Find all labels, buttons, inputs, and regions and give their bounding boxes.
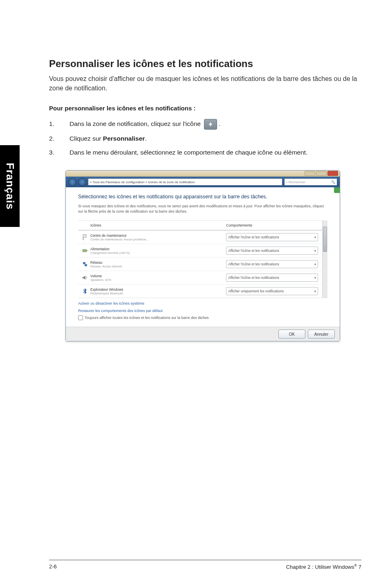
minimize-button[interactable] bbox=[305, 171, 315, 176]
nav-back-button[interactable] bbox=[68, 178, 76, 186]
select-value: Afficher l'icône et les notifications bbox=[228, 262, 279, 266]
svg-rect-4 bbox=[85, 264, 87, 266]
language-label: Français bbox=[4, 163, 16, 210]
nav-forward-button[interactable] bbox=[78, 178, 86, 186]
chevron-down-icon: ▾ bbox=[314, 276, 316, 280]
list-header: Icônes Comportements bbox=[78, 221, 322, 231]
notification-icons-window: « Tous les Panneaux de configuration » I… bbox=[65, 170, 340, 341]
step-3-text: Dans le menu déroulant, sélectionnez le … bbox=[69, 148, 307, 158]
panel-heading: Sélectionnez les icônes et les notificat… bbox=[78, 194, 327, 200]
power-icon bbox=[82, 247, 88, 254]
search-input[interactable]: • Rechercher 🔍 bbox=[284, 178, 337, 186]
step-2-text-b: . bbox=[145, 135, 146, 142]
bluetooth-icon bbox=[82, 288, 88, 294]
chevron-down-icon: ▾ bbox=[314, 290, 316, 293]
scrollbar[interactable] bbox=[322, 221, 327, 298]
column-icons: Icônes bbox=[90, 223, 226, 227]
window-titlebar bbox=[66, 171, 340, 177]
row-sub: Speakers: 42% bbox=[90, 278, 226, 282]
select-value: Afficher l'icône et les notifications bbox=[228, 235, 279, 239]
row-name: Réseau bbox=[90, 260, 226, 265]
system-icons-link[interactable]: Activer ou désactiver les icônes système bbox=[78, 301, 327, 305]
restore-defaults-link[interactable]: Restaurer les comportements des icônes p… bbox=[78, 309, 327, 313]
step-2: Cliquez sur Personnaliser. bbox=[49, 134, 361, 144]
row-sub: Chargement terminé (100 %) bbox=[90, 251, 226, 255]
always-show-label: Toujours afficher toutes les icônes et l… bbox=[85, 316, 209, 320]
row-sub: Réseau: Accès Internet bbox=[90, 265, 226, 268]
svg-rect-3 bbox=[83, 262, 85, 264]
list-row: Réseau Réseau: Accès Internet Afficher l… bbox=[78, 258, 322, 271]
address-bar: « Tous les Panneaux de configuration » I… bbox=[66, 177, 340, 187]
window-footer: OK Annuler bbox=[66, 327, 340, 341]
section-title: Personnaliser les icônes et les notifica… bbox=[49, 57, 361, 70]
select-value: Afficher l'icône et les notifications bbox=[228, 276, 279, 280]
always-show-checkbox[interactable] bbox=[78, 315, 83, 320]
behavior-select[interactable]: Afficher l'icône et les notifications ▾ bbox=[226, 247, 318, 255]
step-1-text-b: . bbox=[219, 120, 220, 127]
page-footer: 2-6 Chapitre 2 : Utiliser Windows® 7 bbox=[49, 560, 361, 570]
step-1: Dans la zone de notification, cliquez su… bbox=[49, 119, 361, 130]
step-2-bold: Personnaliser bbox=[103, 135, 145, 142]
search-icon: 🔍 bbox=[331, 180, 335, 184]
step-2-text-a: Cliquez sur bbox=[69, 135, 103, 142]
chevron-down-icon: ▾ bbox=[314, 249, 316, 253]
select-value: Afficher l'icône et les notifications bbox=[228, 249, 279, 253]
scrollbar-thumb[interactable] bbox=[323, 227, 327, 252]
steps-list: Dans la zone de notification, cliquez su… bbox=[49, 119, 361, 158]
page-number: 2-6 bbox=[49, 563, 57, 570]
column-behaviors: Comportements bbox=[226, 223, 320, 227]
row-name: Explorateur Windows bbox=[90, 287, 226, 292]
behavior-select[interactable]: Afficher uniquement les notifications ▾ bbox=[226, 287, 318, 295]
list-row: Centre de maintenance Centre de maintena… bbox=[78, 231, 322, 244]
volume-icon bbox=[82, 274, 88, 281]
row-name: Volume bbox=[90, 274, 226, 278]
chevron-down-icon: ▾ bbox=[314, 263, 316, 266]
list-row: Volume Speakers: 42% Afficher l'icône et… bbox=[78, 271, 322, 285]
section-subtitle: Pour personnaliser les icônes et les not… bbox=[49, 105, 361, 112]
cancel-button[interactable]: Annuler bbox=[308, 330, 335, 339]
always-show-checkbox-row: Toujours afficher toutes les icônes et l… bbox=[78, 315, 327, 320]
svg-rect-2 bbox=[83, 250, 86, 251]
refresh-icon[interactable] bbox=[334, 187, 340, 193]
list-row: Explorateur Windows Périphériques Blueto… bbox=[78, 285, 322, 298]
chapter-label: Chapitre 2 : Utiliser Windows® 7 bbox=[286, 563, 361, 570]
row-name: Alimentation bbox=[90, 247, 226, 251]
breadcrumb-text: « Tous les Panneaux de configuration » I… bbox=[90, 180, 195, 184]
flag-icon bbox=[82, 234, 88, 240]
behavior-select[interactable]: Afficher l'icône et les notifications ▾ bbox=[226, 233, 318, 241]
maximize-button[interactable] bbox=[316, 171, 327, 176]
search-placeholder: Rechercher bbox=[289, 180, 305, 184]
svg-rect-1 bbox=[87, 250, 87, 251]
step-1-text-a: Dans la zone de notification, cliquez su… bbox=[69, 120, 202, 127]
row-name: Centre de maintenance bbox=[90, 233, 226, 238]
row-sub: Centre de maintenance: Aucun problème... bbox=[90, 238, 226, 241]
ok-button[interactable]: OK bbox=[278, 330, 305, 339]
arrow-up-icon bbox=[204, 119, 217, 130]
chevron-down-icon: ▾ bbox=[314, 236, 316, 239]
close-button[interactable] bbox=[327, 171, 338, 176]
icons-list: Icônes Comportements Centre de maintenan… bbox=[78, 220, 327, 298]
behavior-select[interactable]: Afficher l'icône et les notifications ▾ bbox=[226, 260, 318, 268]
step-3: Dans le menu déroulant, sélectionnez le … bbox=[49, 148, 361, 158]
breadcrumb-field[interactable]: « Tous les Panneaux de configuration » I… bbox=[88, 178, 282, 186]
select-value: Afficher uniquement les notifications bbox=[228, 289, 284, 293]
window-body: Sélectionnez les icônes et les notificat… bbox=[66, 187, 340, 327]
list-row: Alimentation Chargement terminé (100 %) … bbox=[78, 244, 322, 258]
behavior-select[interactable]: Afficher l'icône et les notifications ▾ bbox=[226, 274, 318, 282]
network-icon bbox=[82, 261, 88, 267]
section-intro: Vous pouvez choisir d'afficher ou de mas… bbox=[49, 74, 361, 93]
language-side-tab: Français bbox=[0, 145, 20, 227]
row-sub: Périphériques Bluetooth bbox=[90, 292, 226, 295]
panel-description: Si vous masquez des icônes et des notifi… bbox=[78, 204, 327, 214]
